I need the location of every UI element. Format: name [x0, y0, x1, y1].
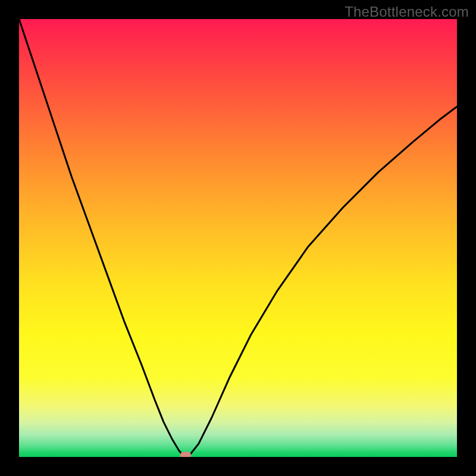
chart-container: TheBottleneck.com	[0, 0, 476, 476]
watermark-text: TheBottleneck.com	[345, 4, 469, 20]
minimum-marker	[180, 452, 191, 458]
bottleneck-curve	[19, 19, 457, 457]
curve-path	[19, 19, 457, 457]
plot-area	[19, 19, 457, 457]
